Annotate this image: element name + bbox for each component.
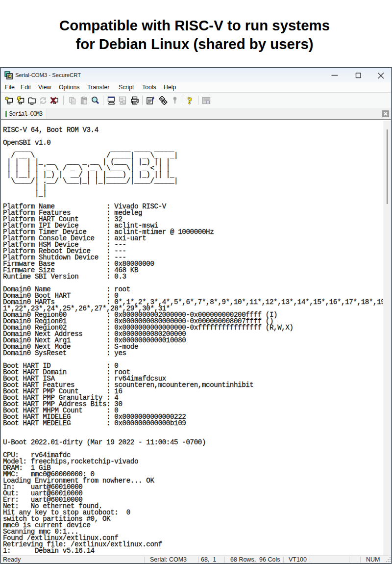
svg-text:8: 8 (207, 101, 209, 104)
svg-text:?: ? (188, 96, 193, 105)
